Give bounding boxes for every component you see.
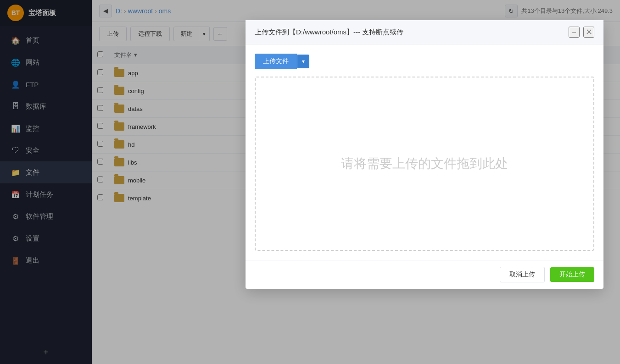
drop-zone[interactable]: 请将需要上传的文件拖到此处 xyxy=(255,77,594,251)
start-upload-button[interactable]: 开始上传 xyxy=(550,267,594,282)
modal-header: 上传文件到【D:/wwwroot/oms】--- 支持断点续传 － ✕ xyxy=(246,20,603,44)
upload-file-button[interactable]: 上传文件 xyxy=(255,54,297,69)
drop-zone-text: 请将需要上传的文件拖到此处 xyxy=(341,155,508,172)
cancel-upload-button[interactable]: 取消上传 xyxy=(500,267,545,282)
modal-minimize-button[interactable]: － xyxy=(569,27,580,38)
modal-close-button[interactable]: ✕ xyxy=(583,27,594,38)
modal-body: 上传文件 ▾ 请将需要上传的文件拖到此处 xyxy=(246,44,603,260)
modal-footer: 取消上传 开始上传 xyxy=(246,260,603,289)
modal-overlay: 上传文件到【D:/wwwroot/oms】--- 支持断点续传 － ✕ 上传文件… xyxy=(0,0,620,364)
upload-file-button-group: 上传文件 ▾ xyxy=(255,54,594,69)
modal-title: 上传文件到【D:/wwwroot/oms】--- 支持断点续传 xyxy=(255,28,567,37)
upload-file-arrow-button[interactable]: ▾ xyxy=(297,55,309,68)
upload-modal: 上传文件到【D:/wwwroot/oms】--- 支持断点续传 － ✕ 上传文件… xyxy=(246,20,603,289)
